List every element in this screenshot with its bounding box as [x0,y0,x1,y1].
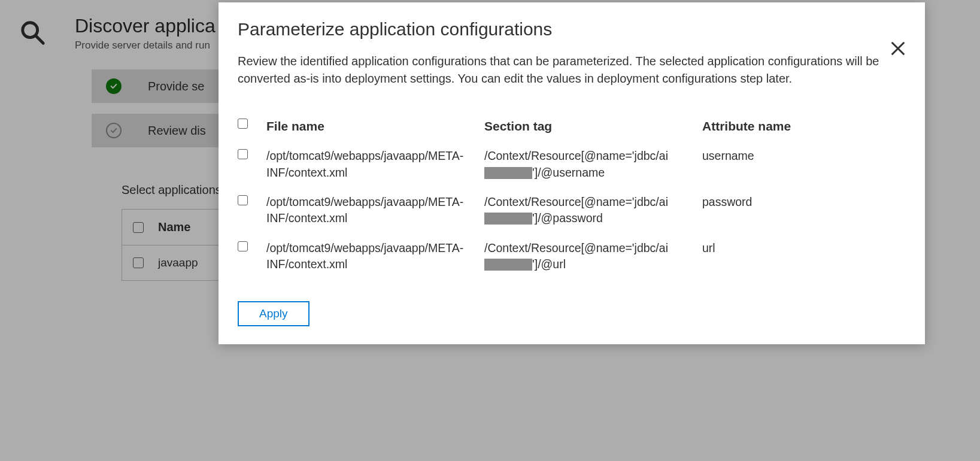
column-header-section: Section tag [484,117,700,135]
section-tag-cell: /Context/Resource[@name='jdbc/ai ']/@pas… [484,194,700,227]
modal-title: Parameterize application configurations [238,19,906,40]
section-post: ']/@url [532,257,566,271]
file-name-cell: /opt/tomcat9/webapps/javaapp/META-INF/co… [266,148,482,181]
config-table: File name Section tag Attribute name /op… [238,117,906,272]
close-button[interactable] [888,38,908,59]
redacted-icon [484,259,532,271]
file-name-cell: /opt/tomcat9/webapps/javaapp/META-INF/co… [266,240,482,273]
config-table-header: File name Section tag Attribute name [238,117,906,135]
attribute-name-cell: password [702,194,906,210]
section-post: ']/@username [532,166,605,179]
section-tag-cell: /Context/Resource[@name='jdbc/ai ']/@use… [484,148,700,181]
redacted-icon [484,167,532,179]
section-tag-cell: /Context/Resource[@name='jdbc/ai ']/@url [484,240,700,273]
section-post: ']/@password [532,211,603,225]
modal-description: Review the identified application config… [238,53,884,87]
section-pre: /Context/Resource[@name='jdbc/ai [484,195,668,208]
config-row: /opt/tomcat9/webapps/javaapp/META-INF/co… [238,148,906,181]
config-select-all-checkbox[interactable] [238,119,248,129]
column-header-file: File name [266,117,482,135]
attribute-name-cell: url [702,240,906,256]
parameterize-modal: Parameterize application configurations … [219,2,925,344]
config-row-checkbox[interactable] [238,195,248,205]
column-header-attribute: Attribute name [702,117,906,135]
file-name-cell: /opt/tomcat9/webapps/javaapp/META-INF/co… [266,194,482,227]
config-row-checkbox[interactable] [238,241,248,251]
section-pre: /Context/Resource[@name='jdbc/ai [484,241,668,254]
config-row-checkbox[interactable] [238,149,248,159]
redacted-icon [484,213,532,225]
attribute-name-cell: username [702,148,906,164]
apply-button[interactable]: Apply [238,301,310,326]
config-row: /opt/tomcat9/webapps/javaapp/META-INF/co… [238,194,906,227]
section-pre: /Context/Resource[@name='jdbc/ai [484,149,668,162]
config-row: /opt/tomcat9/webapps/javaapp/META-INF/co… [238,240,906,273]
